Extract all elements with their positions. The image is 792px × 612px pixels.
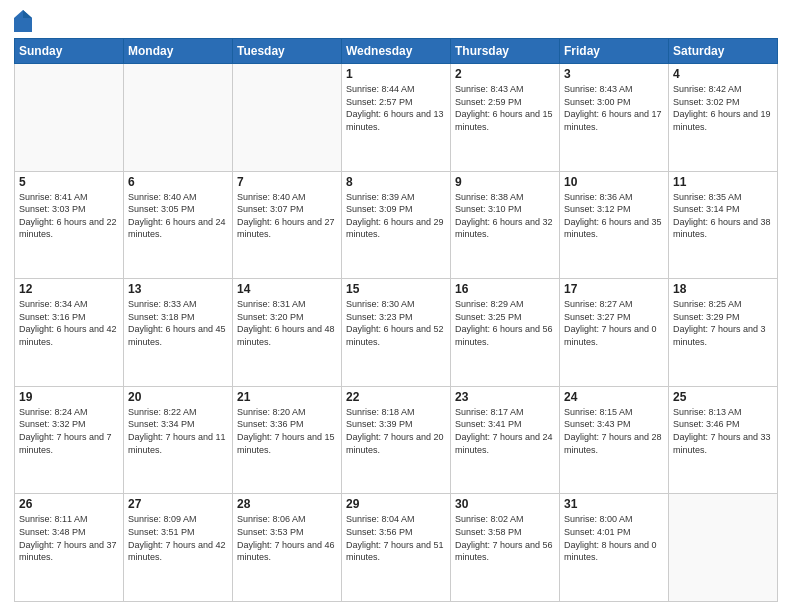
- day-info: Sunrise: 8:39 AMSunset: 3:09 PMDaylight:…: [346, 191, 446, 241]
- day-info: Sunrise: 8:18 AMSunset: 3:39 PMDaylight:…: [346, 406, 446, 456]
- day-cell-31: 31Sunrise: 8:00 AMSunset: 4:01 PMDayligh…: [560, 494, 669, 602]
- day-cell-18: 18Sunrise: 8:25 AMSunset: 3:29 PMDayligh…: [669, 279, 778, 387]
- day-cell-10: 10Sunrise: 8:36 AMSunset: 3:12 PMDayligh…: [560, 171, 669, 279]
- day-info: Sunrise: 8:41 AMSunset: 3:03 PMDaylight:…: [19, 191, 119, 241]
- day-info: Sunrise: 8:02 AMSunset: 3:58 PMDaylight:…: [455, 513, 555, 563]
- day-number: 30: [455, 497, 555, 511]
- day-number: 27: [128, 497, 228, 511]
- day-cell-22: 22Sunrise: 8:18 AMSunset: 3:39 PMDayligh…: [342, 386, 451, 494]
- weekday-header-wednesday: Wednesday: [342, 39, 451, 64]
- day-cell-26: 26Sunrise: 8:11 AMSunset: 3:48 PMDayligh…: [15, 494, 124, 602]
- day-number: 31: [564, 497, 664, 511]
- weekday-header-thursday: Thursday: [451, 39, 560, 64]
- svg-marker-1: [23, 10, 32, 18]
- day-cell-23: 23Sunrise: 8:17 AMSunset: 3:41 PMDayligh…: [451, 386, 560, 494]
- day-cell-13: 13Sunrise: 8:33 AMSunset: 3:18 PMDayligh…: [124, 279, 233, 387]
- weekday-header-tuesday: Tuesday: [233, 39, 342, 64]
- day-info: Sunrise: 8:38 AMSunset: 3:10 PMDaylight:…: [455, 191, 555, 241]
- day-info: Sunrise: 8:15 AMSunset: 3:43 PMDaylight:…: [564, 406, 664, 456]
- day-info: Sunrise: 8:00 AMSunset: 4:01 PMDaylight:…: [564, 513, 664, 563]
- day-number: 23: [455, 390, 555, 404]
- empty-cell: [124, 64, 233, 172]
- day-cell-21: 21Sunrise: 8:20 AMSunset: 3:36 PMDayligh…: [233, 386, 342, 494]
- day-cell-25: 25Sunrise: 8:13 AMSunset: 3:46 PMDayligh…: [669, 386, 778, 494]
- day-number: 16: [455, 282, 555, 296]
- day-cell-24: 24Sunrise: 8:15 AMSunset: 3:43 PMDayligh…: [560, 386, 669, 494]
- day-cell-11: 11Sunrise: 8:35 AMSunset: 3:14 PMDayligh…: [669, 171, 778, 279]
- day-info: Sunrise: 8:42 AMSunset: 3:02 PMDaylight:…: [673, 83, 773, 133]
- day-cell-15: 15Sunrise: 8:30 AMSunset: 3:23 PMDayligh…: [342, 279, 451, 387]
- weekday-header-monday: Monday: [124, 39, 233, 64]
- week-row-4: 19Sunrise: 8:24 AMSunset: 3:32 PMDayligh…: [15, 386, 778, 494]
- day-cell-3: 3Sunrise: 8:43 AMSunset: 3:00 PMDaylight…: [560, 64, 669, 172]
- day-number: 29: [346, 497, 446, 511]
- day-cell-9: 9Sunrise: 8:38 AMSunset: 3:10 PMDaylight…: [451, 171, 560, 279]
- day-info: Sunrise: 8:33 AMSunset: 3:18 PMDaylight:…: [128, 298, 228, 348]
- day-number: 22: [346, 390, 446, 404]
- day-cell-6: 6Sunrise: 8:40 AMSunset: 3:05 PMDaylight…: [124, 171, 233, 279]
- day-info: Sunrise: 8:43 AMSunset: 2:59 PMDaylight:…: [455, 83, 555, 133]
- day-number: 19: [19, 390, 119, 404]
- day-info: Sunrise: 8:09 AMSunset: 3:51 PMDaylight:…: [128, 513, 228, 563]
- day-number: 21: [237, 390, 337, 404]
- day-info: Sunrise: 8:44 AMSunset: 2:57 PMDaylight:…: [346, 83, 446, 133]
- week-row-3: 12Sunrise: 8:34 AMSunset: 3:16 PMDayligh…: [15, 279, 778, 387]
- day-info: Sunrise: 8:20 AMSunset: 3:36 PMDaylight:…: [237, 406, 337, 456]
- day-number: 13: [128, 282, 228, 296]
- day-cell-7: 7Sunrise: 8:40 AMSunset: 3:07 PMDaylight…: [233, 171, 342, 279]
- day-cell-4: 4Sunrise: 8:42 AMSunset: 3:02 PMDaylight…: [669, 64, 778, 172]
- weekday-header-friday: Friday: [560, 39, 669, 64]
- day-info: Sunrise: 8:06 AMSunset: 3:53 PMDaylight:…: [237, 513, 337, 563]
- day-number: 4: [673, 67, 773, 81]
- day-info: Sunrise: 8:22 AMSunset: 3:34 PMDaylight:…: [128, 406, 228, 456]
- day-info: Sunrise: 8:36 AMSunset: 3:12 PMDaylight:…: [564, 191, 664, 241]
- week-row-1: 1Sunrise: 8:44 AMSunset: 2:57 PMDaylight…: [15, 64, 778, 172]
- day-info: Sunrise: 8:40 AMSunset: 3:07 PMDaylight:…: [237, 191, 337, 241]
- day-cell-29: 29Sunrise: 8:04 AMSunset: 3:56 PMDayligh…: [342, 494, 451, 602]
- day-cell-30: 30Sunrise: 8:02 AMSunset: 3:58 PMDayligh…: [451, 494, 560, 602]
- day-info: Sunrise: 8:30 AMSunset: 3:23 PMDaylight:…: [346, 298, 446, 348]
- day-number: 20: [128, 390, 228, 404]
- day-cell-2: 2Sunrise: 8:43 AMSunset: 2:59 PMDaylight…: [451, 64, 560, 172]
- day-cell-28: 28Sunrise: 8:06 AMSunset: 3:53 PMDayligh…: [233, 494, 342, 602]
- day-cell-16: 16Sunrise: 8:29 AMSunset: 3:25 PMDayligh…: [451, 279, 560, 387]
- weekday-header-sunday: Sunday: [15, 39, 124, 64]
- week-row-2: 5Sunrise: 8:41 AMSunset: 3:03 PMDaylight…: [15, 171, 778, 279]
- day-info: Sunrise: 8:13 AMSunset: 3:46 PMDaylight:…: [673, 406, 773, 456]
- day-number: 14: [237, 282, 337, 296]
- day-number: 12: [19, 282, 119, 296]
- day-info: Sunrise: 8:34 AMSunset: 3:16 PMDaylight:…: [19, 298, 119, 348]
- empty-cell: [669, 494, 778, 602]
- day-cell-1: 1Sunrise: 8:44 AMSunset: 2:57 PMDaylight…: [342, 64, 451, 172]
- day-info: Sunrise: 8:31 AMSunset: 3:20 PMDaylight:…: [237, 298, 337, 348]
- page: SundayMondayTuesdayWednesdayThursdayFrid…: [0, 0, 792, 612]
- day-number: 17: [564, 282, 664, 296]
- day-cell-5: 5Sunrise: 8:41 AMSunset: 3:03 PMDaylight…: [15, 171, 124, 279]
- empty-cell: [15, 64, 124, 172]
- day-info: Sunrise: 8:29 AMSunset: 3:25 PMDaylight:…: [455, 298, 555, 348]
- logo: [14, 10, 36, 32]
- day-info: Sunrise: 8:04 AMSunset: 3:56 PMDaylight:…: [346, 513, 446, 563]
- day-number: 26: [19, 497, 119, 511]
- weekday-header-saturday: Saturday: [669, 39, 778, 64]
- day-number: 18: [673, 282, 773, 296]
- day-cell-19: 19Sunrise: 8:24 AMSunset: 3:32 PMDayligh…: [15, 386, 124, 494]
- day-number: 28: [237, 497, 337, 511]
- day-number: 1: [346, 67, 446, 81]
- day-number: 9: [455, 175, 555, 189]
- day-number: 5: [19, 175, 119, 189]
- day-cell-12: 12Sunrise: 8:34 AMSunset: 3:16 PMDayligh…: [15, 279, 124, 387]
- day-number: 2: [455, 67, 555, 81]
- day-number: 8: [346, 175, 446, 189]
- day-number: 6: [128, 175, 228, 189]
- day-info: Sunrise: 8:35 AMSunset: 3:14 PMDaylight:…: [673, 191, 773, 241]
- day-number: 15: [346, 282, 446, 296]
- day-cell-20: 20Sunrise: 8:22 AMSunset: 3:34 PMDayligh…: [124, 386, 233, 494]
- day-cell-17: 17Sunrise: 8:27 AMSunset: 3:27 PMDayligh…: [560, 279, 669, 387]
- day-number: 11: [673, 175, 773, 189]
- day-number: 24: [564, 390, 664, 404]
- week-row-5: 26Sunrise: 8:11 AMSunset: 3:48 PMDayligh…: [15, 494, 778, 602]
- day-number: 10: [564, 175, 664, 189]
- day-number: 25: [673, 390, 773, 404]
- day-info: Sunrise: 8:43 AMSunset: 3:00 PMDaylight:…: [564, 83, 664, 133]
